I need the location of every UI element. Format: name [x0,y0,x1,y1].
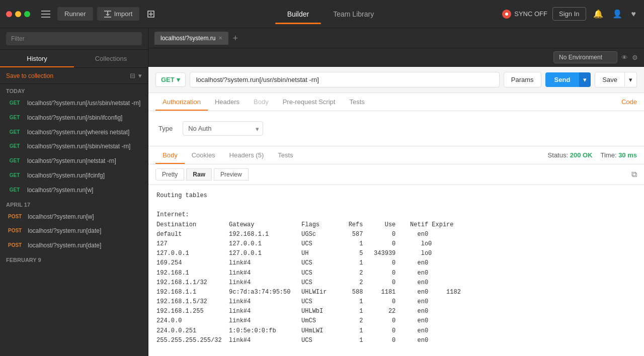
save-collection-link[interactable]: Save to collection [6,72,53,79]
signin-button[interactable]: Sign In [552,7,586,21]
send-button[interactable]: Send [545,72,580,87]
list-item[interactable]: GET localhost/?system.run[/sbin/netstat … [0,139,148,154]
topbar-nav: Builder Team Library [163,6,498,22]
svg-point-13 [505,13,508,16]
history-url: localhost/?system.run[/sbin/netstat -rn] [27,142,130,151]
tab-builder[interactable]: Builder [275,6,321,22]
user-button[interactable]: 👤 [610,7,624,21]
list-item[interactable]: GET localhost/?system.run[w] [0,183,148,198]
method-select[interactable]: GET ▾ [155,72,186,87]
method-badge: GET [6,129,23,135]
method-badge: POST [6,227,24,234]
method-badge: GET [6,114,23,121]
runner-button[interactable]: Runner [57,7,93,21]
eye-icon[interactable]: 👁 [621,54,628,61]
tab-collections[interactable]: Collections [74,50,148,67]
sidebar-tabs: History Collections [0,50,148,68]
list-item[interactable]: POST localhost/?system.run[w] [0,210,148,224]
list-item[interactable]: POST localhost/?system.run[date] [0,238,148,253]
svg-rect-1 [41,14,50,15]
view-pretty-btn[interactable]: Pretty [155,168,184,181]
list-item[interactable]: GET localhost/?system.run[/sbin/ifconfig… [0,111,148,125]
add-request-tab-btn[interactable]: + [230,34,240,43]
view-preview-btn[interactable]: Preview [214,168,249,181]
request-section-tabs: Authorization Headers Body Pre-request S… [148,93,644,111]
history-section: Today GET localhost/?system.run[/usr/sbi… [0,84,148,356]
method-badge: GET [6,157,23,164]
save-dropdown-btn[interactable]: ▾ [625,72,637,87]
params-button[interactable]: Params [504,72,541,87]
list-item[interactable]: GET localhost/?system.run[netstat -rn] [0,154,148,168]
env-icons: 👁 ⚙ [621,54,638,61]
sidebar-toggle-btn[interactable] [38,8,53,21]
copy-icon[interactable]: ⧉ [631,170,637,179]
view-raw-btn[interactable]: Raw [186,168,212,181]
tab-team-library[interactable]: Team Library [321,6,386,22]
send-dropdown-btn[interactable]: ▾ [579,72,591,87]
svg-rect-0 [41,11,50,12]
request-tabs-bar: localhost/?system.ru ✕ + [148,28,644,48]
auth-type-select[interactable]: No Auth Basic Auth Bearer Token OAuth 2.… [183,121,263,136]
new-tab-btn[interactable] [143,7,158,22]
tab-headers[interactable]: Headers [208,93,247,111]
svg-rect-2 [41,17,50,18]
response-tab-tests[interactable]: Tests [271,146,300,164]
code-link[interactable]: Code [621,98,637,106]
sync-button[interactable]: SYNC OFF [502,10,547,19]
response-tab-body[interactable]: Body [155,146,185,164]
chevron-down-icon[interactable]: ▾ [138,72,142,79]
response-tab-headers[interactable]: Headers (5) [222,146,271,164]
svg-rect-9 [153,11,154,18]
tab-url-label: localhost/?system.ru [160,35,215,42]
history-date-today: Today [0,84,148,96]
response-body-controls: Pretty Raw Preview ⧉ [148,164,644,185]
list-item[interactable]: GET localhost/?system.run[/usr/sbin/nets… [0,96,148,111]
response-status: Status: 200 OK Time: 30 ms [548,151,637,159]
tab-close-icon[interactable]: ✕ [218,35,222,41]
request-tab-active[interactable]: localhost/?system.ru ✕ [154,32,228,45]
tab-authorization[interactable]: Authorization [155,93,208,111]
topbar-right: SYNC OFF Sign In 🔔 👤 ♥ [502,7,638,21]
method-badge: GET [6,100,23,106]
url-input[interactable] [190,72,500,87]
history-url: localhost/?system.run[/usr/sbin/netstat … [27,99,140,108]
response-content: Routing tables Internet: Destination Gat… [148,185,644,356]
settings-icon[interactable]: ⚙ [632,54,638,61]
history-url: localhost/?system.run[w] [27,186,93,195]
auth-type-label: Type [158,125,173,132]
maximize-window-btn[interactable] [24,11,30,17]
environment-select[interactable]: No Environment [553,51,617,63]
url-bar: GET ▾ Params Send ▾ Save ▾ [148,67,644,93]
history-url: localhost/?system.run[ifcinfg] [27,171,105,180]
filter-input[interactable] [6,32,142,45]
notifications-button[interactable]: 🔔 [591,7,605,21]
sidebar-action-icons: ⊟ ▾ [130,72,142,79]
tab-body[interactable]: Body [247,93,276,111]
history-url: localhost/?system.run[w] [28,213,94,221]
status-value: 200 OK [570,151,593,159]
history-url: localhost/?system.run[whereis netstat] [27,128,129,137]
save-button[interactable]: Save [595,72,625,87]
import-button[interactable]: Import [97,7,140,21]
svg-rect-4 [104,17,111,18]
runner-label: Runner [64,10,86,18]
env-bar: No Environment 👁 ⚙ [148,48,644,67]
tab-history[interactable]: History [0,50,74,67]
save-group: Save ▾ [595,72,637,87]
svg-rect-8 [147,11,148,18]
tab-tests[interactable]: Tests [342,93,371,111]
minimize-window-btn[interactable] [15,11,21,17]
sort-icon[interactable]: ⊟ [130,72,135,79]
list-item[interactable]: GET localhost/?system.run[whereis netsta… [0,125,148,140]
response-section: Body Cookies Headers (5) Tests Status: 2… [148,146,644,356]
response-tab-cookies[interactable]: Cookies [185,146,222,164]
list-item[interactable]: POST localhost/?system.run[date] [0,224,148,238]
import-label: Import [114,10,133,18]
close-window-btn[interactable] [6,11,12,17]
tab-pre-request[interactable]: Pre-request Script [276,93,343,111]
method-badge: GET [6,187,23,193]
history-url: localhost/?system.run[/sbin/ifconfig] [27,114,122,122]
method-badge: POST [6,242,24,248]
list-item[interactable]: GET localhost/?system.run[ifcinfg] [0,168,148,183]
heart-button[interactable]: ♥ [629,8,638,21]
